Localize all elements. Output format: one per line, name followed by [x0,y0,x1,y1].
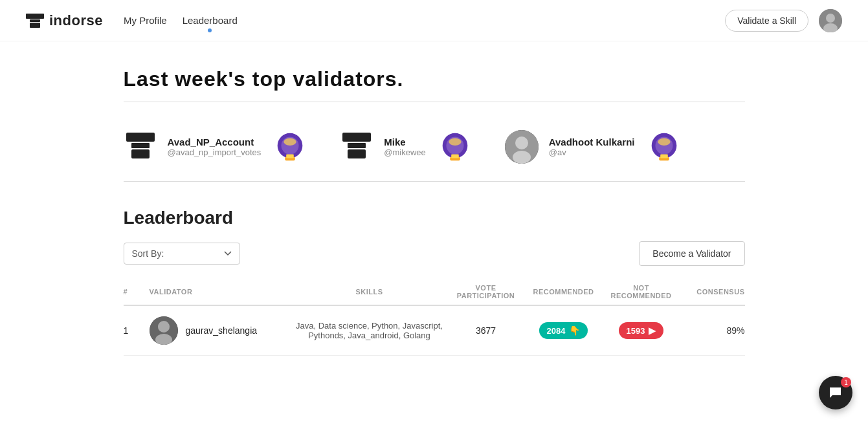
medal-3 [645,128,683,166]
col-consensus: CONSENSUS [680,288,745,296]
logo-icon [26,14,44,28]
chat-badge: 1 [841,377,851,382]
row-recommended: 2084 👇 [525,322,603,339]
svg-rect-2 [30,23,40,28]
bottom-divider [124,181,745,182]
recommended-value: 2084 [547,326,566,336]
validator-card-1[interactable]: Avad_NP_Account @avad_np_import_votes [124,128,309,166]
svg-point-27 [658,138,670,146]
leaderboard-controls: Sort By: Become a Validator [124,241,745,266]
row-validator-name: gaurav_shelangia [186,325,258,336]
validator-1-handle: @avad_np_import_votes [168,147,262,157]
svg-rect-29 [660,155,668,158]
play-icon: ▶ [649,325,656,336]
validate-skill-button[interactable]: Validate a Skill [725,10,808,32]
chat-bubble[interactable]: 1 [819,376,852,382]
svg-point-11 [284,138,296,146]
top-validators-section: Last week's top validators. Avad_NP_Acco… [124,67,745,182]
validator-3-name: Avadhoot Kulkarni [549,136,635,147]
validator-3-info: Avadhoot Kulkarni @av [549,136,635,157]
validators-row: Avad_NP_Account @avad_np_import_votes [124,118,745,181]
user-avatar[interactable] [819,9,842,32]
validator-1-name: Avad_NP_Account [168,136,262,147]
validator-1-avatar [124,130,157,164]
col-skills: SKILLS [292,288,447,296]
not-recommended-value: 1593 [627,326,645,336]
nav-links: My Profile Leaderboard [124,15,238,26]
validator-card-2[interactable]: Mike @mikewee [340,128,474,166]
validator-2-handle: @mikewee [384,147,426,157]
svg-rect-14 [342,133,371,142]
leaderboard-section: Leaderboard Sort By: Become a Validator … [124,208,745,356]
top-validators-title: Last week's top validators. [124,67,745,91]
row-rank: 1 [124,325,150,336]
row-vote-participation: 3677 [447,325,525,336]
svg-rect-6 [126,133,155,142]
col-not-recommended: NOTRECOMMENDED [603,284,680,300]
logo-text: indorse [49,12,103,29]
sort-by-select[interactable]: Sort By: [124,243,240,265]
col-vote-participation: VOTEPARTICIPATION [447,284,525,300]
validator-2-avatar [340,130,373,164]
validator-2-name: Mike [384,136,426,147]
nav-my-profile[interactable]: My Profile [124,15,167,26]
medal-1 [271,128,309,166]
validator-3-avatar [505,130,539,164]
table-header: # VALIDATOR SKILLS VOTEPARTICIPATION REC… [124,279,745,306]
row-not-recommended: 1593 ▶ [603,322,680,339]
navbar: indorse My Profile Leaderboard Validate … [0,0,868,41]
svg-point-19 [449,138,461,146]
nav-leaderboard[interactable]: Leaderboard [183,15,238,26]
svg-rect-21 [451,155,459,158]
svg-point-4 [826,14,835,23]
validator-2-info: Mike @mikewee [384,136,426,157]
main-content: Last week's top validators. Avad_NP_Acco… [111,41,758,382]
svg-point-23 [515,136,528,149]
svg-rect-1 [30,19,40,22]
row-consensus: 89% [680,325,745,336]
navbar-right: Validate a Skill [725,9,842,32]
row-skills: Java, Data science, Python, Javascript, … [292,321,447,340]
row-avatar [150,316,178,345]
leaderboard-title: Leaderboard [124,208,745,228]
svg-rect-0 [26,14,44,19]
recommended-badge: 2084 👇 [539,322,588,339]
table-row: 1 gaurav_shelangia Java, Data science, P… [124,306,745,356]
svg-point-24 [513,151,531,164]
svg-point-31 [158,321,170,332]
svg-rect-15 [348,143,366,148]
validator-1-info: Avad_NP_Account @avad_np_import_votes [168,136,262,157]
col-recommended: RECOMMENDED [525,288,603,296]
logo[interactable]: indorse [26,12,103,29]
medal-2 [436,128,474,166]
thumbs-down-icon: 👇 [569,325,580,336]
col-rank: # [124,288,150,296]
col-validator: VALIDATOR [150,288,292,296]
avatar-image [819,9,842,32]
not-recommended-badge: 1593 ▶ [619,322,664,339]
validator-card-3[interactable]: Avadhoot Kulkarni @av [505,128,683,166]
svg-rect-16 [348,149,366,158]
validator-3-handle: @av [549,147,635,157]
row-validator-cell[interactable]: gaurav_shelangia [150,316,292,345]
become-validator-button[interactable]: Become a Validator [639,241,744,266]
svg-rect-7 [131,143,150,148]
svg-rect-13 [286,155,294,158]
svg-rect-8 [131,149,150,158]
top-validators-divider [124,102,745,102]
